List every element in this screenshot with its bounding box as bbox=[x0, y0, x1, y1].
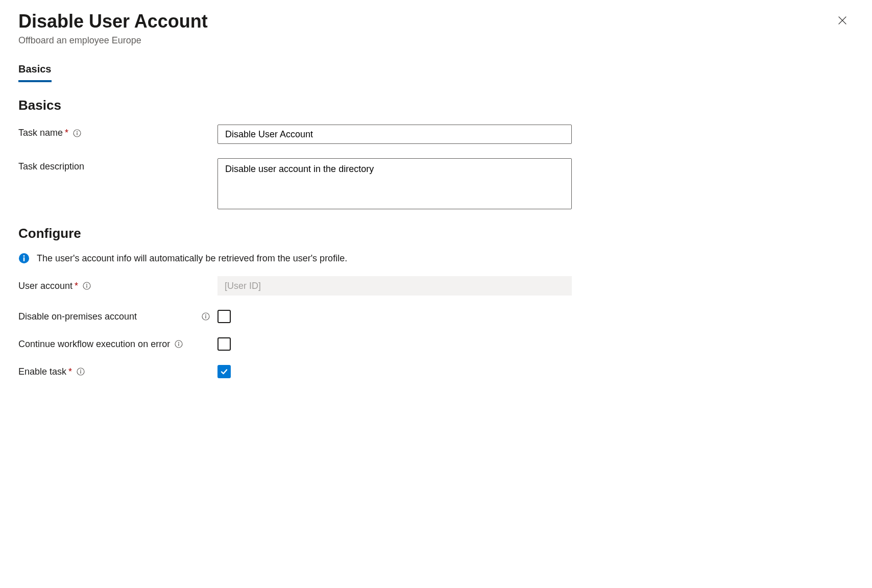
required-mark: * bbox=[75, 281, 78, 291]
info-banner: The user's account info will automatical… bbox=[18, 253, 854, 264]
info-icon bbox=[18, 253, 30, 264]
task-name-input[interactable] bbox=[217, 125, 572, 144]
task-description-input[interactable] bbox=[217, 158, 572, 209]
close-icon bbox=[837, 15, 847, 28]
tab-bar: Basics bbox=[18, 63, 854, 82]
task-name-label: Task name bbox=[18, 128, 63, 138]
svg-point-10 bbox=[205, 314, 206, 315]
user-account-label: User account bbox=[18, 281, 72, 291]
required-mark: * bbox=[65, 128, 68, 138]
required-mark: * bbox=[68, 366, 72, 377]
disable-onprem-checkbox[interactable] bbox=[217, 310, 231, 323]
continue-on-error-checkbox[interactable] bbox=[217, 337, 231, 351]
info-icon[interactable] bbox=[201, 312, 210, 321]
info-banner-text: The user's account info will automatical… bbox=[37, 253, 347, 264]
svg-rect-8 bbox=[86, 285, 87, 288]
info-icon[interactable] bbox=[174, 339, 183, 349]
page-subtitle: Offboard an employee Europe bbox=[18, 35, 208, 46]
task-description-label: Task description bbox=[18, 161, 84, 172]
section-basics-title: Basics bbox=[18, 97, 854, 113]
section-configure: Configure The user's account info will a… bbox=[18, 226, 854, 378]
svg-point-16 bbox=[80, 370, 81, 371]
svg-point-7 bbox=[86, 284, 87, 285]
continue-on-error-label: Continue workflow execution on error bbox=[18, 339, 170, 350]
disable-onprem-label: Disable on-premises account bbox=[18, 311, 137, 322]
svg-rect-5 bbox=[23, 257, 25, 261]
tab-basics[interactable]: Basics bbox=[18, 63, 52, 82]
section-basics: Basics Task name * Task description bbox=[18, 97, 854, 211]
svg-point-4 bbox=[23, 255, 25, 257]
svg-point-1 bbox=[77, 131, 78, 132]
info-icon[interactable] bbox=[76, 367, 85, 376]
enable-task-label: Enable task bbox=[18, 366, 66, 377]
svg-rect-17 bbox=[80, 371, 81, 374]
svg-point-13 bbox=[178, 342, 179, 343]
user-account-field: [User ID] bbox=[217, 276, 572, 296]
svg-rect-11 bbox=[205, 316, 206, 318]
svg-rect-2 bbox=[77, 132, 77, 135]
close-button[interactable] bbox=[835, 14, 850, 29]
svg-rect-14 bbox=[178, 344, 179, 346]
info-icon[interactable] bbox=[72, 129, 82, 138]
enable-task-checkbox[interactable] bbox=[217, 365, 231, 378]
page-title: Disable User Account bbox=[18, 10, 208, 32]
section-configure-title: Configure bbox=[18, 226, 854, 241]
info-icon[interactable] bbox=[82, 281, 91, 290]
